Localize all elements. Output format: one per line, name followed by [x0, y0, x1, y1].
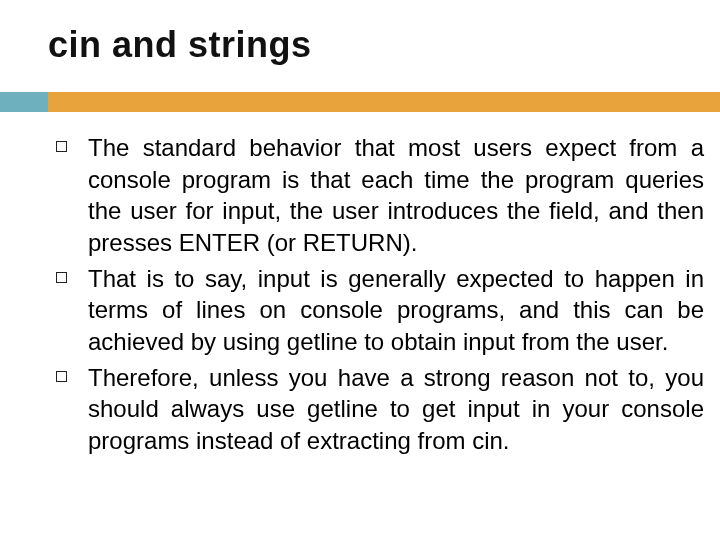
slide-body: The standard behavior that most users ex…: [48, 132, 704, 524]
bullet-list: The standard behavior that most users ex…: [48, 132, 704, 457]
bullet-item: That is to say, input is generally expec…: [48, 263, 704, 358]
slide: cin and strings The standard behavior th…: [0, 0, 720, 540]
bullet-item: The standard behavior that most users ex…: [48, 132, 704, 259]
accent-bar-blue: [0, 92, 48, 112]
bullet-item: Therefore, unless you have a strong reas…: [48, 362, 704, 457]
accent-bar-orange: [48, 92, 720, 112]
slide-title: cin and strings: [0, 0, 720, 66]
accent-bar: [0, 92, 720, 112]
